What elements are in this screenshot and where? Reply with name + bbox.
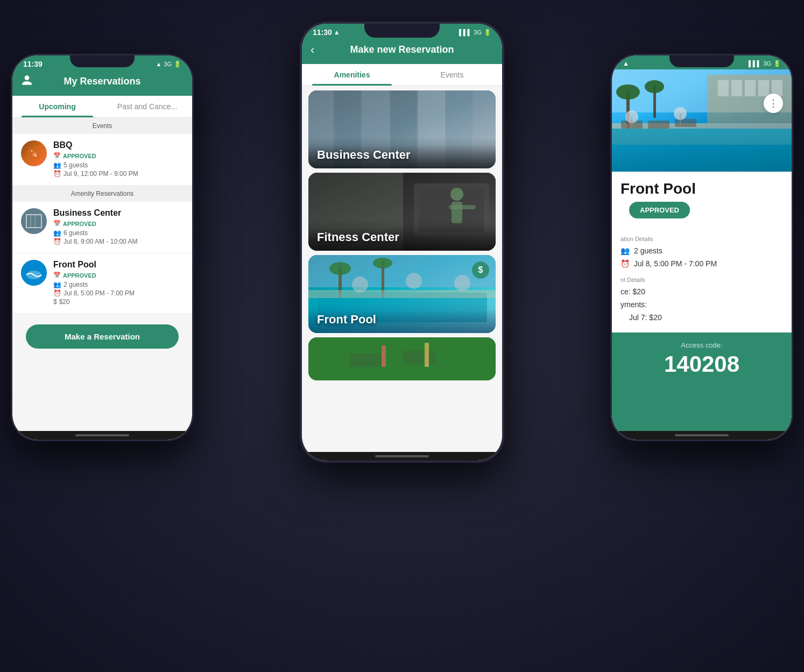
dollar-icon-pool: $ xyxy=(53,298,57,306)
reservation-pool[interactable]: Front Pool 📅 APPROVED 👥 2 guests ⏰ Jul 8… xyxy=(12,253,192,314)
bbq-guests: 👥 5 guests xyxy=(53,161,184,169)
svg-rect-2 xyxy=(21,208,47,234)
location-icon-center: ▲ xyxy=(334,29,340,36)
amenity-card-backpool[interactable] xyxy=(308,337,496,380)
battery-right: 🔋 xyxy=(773,60,781,67)
svg-rect-58 xyxy=(648,121,669,129)
guests-icon-pool: 👥 xyxy=(53,281,61,288)
svg-rect-47 xyxy=(731,80,742,96)
payment-details-title: nt Details xyxy=(612,274,792,285)
access-code-section: Access code: 140208 xyxy=(612,333,792,431)
right-payment-date: Jul 7: $20 xyxy=(612,311,792,324)
battery-left: 🔋 xyxy=(174,61,181,68)
svg-rect-57 xyxy=(621,121,643,129)
right-price: ce: $20 xyxy=(612,285,792,298)
clock-icon-biz: ⏰ xyxy=(53,238,61,245)
amenity-card-fitness[interactable]: Fitness Center xyxy=(308,173,496,251)
access-code-label: Access code: xyxy=(620,341,783,349)
bbq-status: 📅 APPROVED xyxy=(53,152,184,159)
location-icon-right: ▲ xyxy=(623,60,629,67)
avatar-pool xyxy=(21,260,47,286)
home-indicator-center xyxy=(375,455,429,457)
pool-title-section: Front Pool ⋮ xyxy=(612,172,792,202)
svg-rect-49 xyxy=(758,80,769,96)
make-reservation-button[interactable]: Make a Reservation xyxy=(26,324,179,349)
pool-fee-badge: $ xyxy=(472,261,489,279)
business-status: 📅 APPROVED xyxy=(53,220,184,227)
left-content: Events 🍖 BBQ 📅 APPROVED 👥 xyxy=(12,118,192,431)
header-left: My Reservations xyxy=(12,70,192,96)
network-left: 3G xyxy=(164,61,172,67)
status-icons-left: ▲ 3G 🔋 xyxy=(156,61,181,68)
tab-amenities[interactable]: Amenities xyxy=(302,64,402,86)
bbq-info: BBQ 📅 APPROVED 👥 5 guests ⏰ Jul 9, 12:00… xyxy=(53,140,184,179)
business-info: Business Center 📅 APPROVED 👥 6 guests ⏰ … xyxy=(53,208,184,246)
svg-rect-37 xyxy=(308,337,496,380)
approved-section: APPROVED xyxy=(612,202,792,229)
reservation-details-title: ation Details xyxy=(612,234,792,244)
svg-rect-56 xyxy=(612,129,792,172)
reservation-bbq[interactable]: 🍖 BBQ 📅 APPROVED 👥 5 guests ⏰ J xyxy=(12,134,192,186)
signal-right: ▌▌▌ xyxy=(749,60,761,67)
network-center: 3G xyxy=(474,29,482,36)
svg-rect-48 xyxy=(745,80,756,96)
reservation-business[interactable]: Business Center 📅 APPROVED 👥 6 guests ⏰ … xyxy=(12,202,192,253)
header-title-center: Make new Reservation xyxy=(350,44,454,55)
time-center: 11:30 ▲ xyxy=(313,28,340,37)
amenity-card-frontpool[interactable]: Front Pool $ xyxy=(308,255,496,333)
access-code-value: 140208 xyxy=(620,351,783,377)
bbq-name: BBQ xyxy=(53,140,184,150)
business-center-label: Business Center xyxy=(317,148,411,162)
svg-rect-55 xyxy=(612,123,792,145)
svg-rect-42 xyxy=(425,343,429,367)
tab-bar-left: Upcoming Past and Cance... xyxy=(12,96,192,118)
svg-rect-40 xyxy=(403,351,435,364)
battery-center: 🔋 xyxy=(484,29,491,36)
header-title-left: My Reservations xyxy=(64,76,140,87)
svg-rect-41 xyxy=(382,345,386,367)
clock-icon-pool: ⏰ xyxy=(53,289,61,297)
guests-icon-right: 👥 xyxy=(620,246,630,255)
svg-rect-39 xyxy=(349,353,382,367)
options-button[interactable]: ⋮ xyxy=(764,94,783,113)
pool-price: $ $20 xyxy=(53,298,184,306)
svg-rect-46 xyxy=(718,80,729,96)
pool-title: Front Pool xyxy=(612,172,792,202)
time-right: ▲ xyxy=(623,60,629,67)
avatar-business xyxy=(21,208,47,234)
svg-point-60 xyxy=(625,110,638,123)
guests-icon-biz: 👥 xyxy=(53,229,61,237)
svg-point-52 xyxy=(616,84,640,100)
time-left: 11:39 xyxy=(23,60,43,68)
right-payments-label: yments: xyxy=(612,298,792,311)
bbq-datetime: ⏰ Jul 9, 12:00 PM - 9:00 PM xyxy=(53,170,184,178)
amenity-section-label: Amenity Reservations xyxy=(12,186,192,202)
phone-left: 11:39 ▲ 3G 🔋 My Reservations Upcoming Pa… xyxy=(11,54,194,441)
events-section-label: Events xyxy=(12,118,192,134)
tab-past[interactable]: Past and Cance... xyxy=(102,96,192,117)
calendar-icon-biz: 📅 xyxy=(53,220,61,227)
back-button-center[interactable]: ‹ xyxy=(311,43,314,57)
pool-datetime: ⏰ Jul 8, 5:00 PM - 7:00 PM xyxy=(53,289,184,297)
approved-badge: APPROVED xyxy=(629,202,690,218)
signal-icon-left: ▲ xyxy=(156,61,161,67)
home-indicator-right xyxy=(675,434,729,436)
center-content: Business Center xyxy=(302,86,502,452)
pool-status: 📅 APPROVED xyxy=(53,272,184,279)
calendar-icon-bbq: 📅 xyxy=(53,152,61,159)
status-icons-right: ▌▌▌ 3G 🔋 xyxy=(749,60,781,67)
person-icon xyxy=(21,74,33,89)
business-name: Business Center xyxy=(53,208,184,218)
amenity-card-business[interactable]: Business Center xyxy=(308,90,496,168)
phone-center: 11:30 ▲ ▌▌▌ 3G 🔋 ‹ Make new Reservation … xyxy=(300,22,504,463)
tab-events[interactable]: Events xyxy=(402,64,502,86)
network-right: 3G xyxy=(763,60,771,67)
tab-bar-center: Amenities Events xyxy=(302,64,502,86)
calendar-icon-pool: 📅 xyxy=(53,272,61,279)
signal-bars-center: ▌▌▌ xyxy=(459,29,471,36)
phone-right: ▲ ▌▌▌ 3G 🔋 xyxy=(610,54,793,441)
home-bar-right xyxy=(612,431,792,440)
clock-icon-right: ⏰ xyxy=(620,259,630,268)
tab-upcoming[interactable]: Upcoming xyxy=(12,96,102,117)
fitness-center-label: Fitness Center xyxy=(317,230,399,244)
